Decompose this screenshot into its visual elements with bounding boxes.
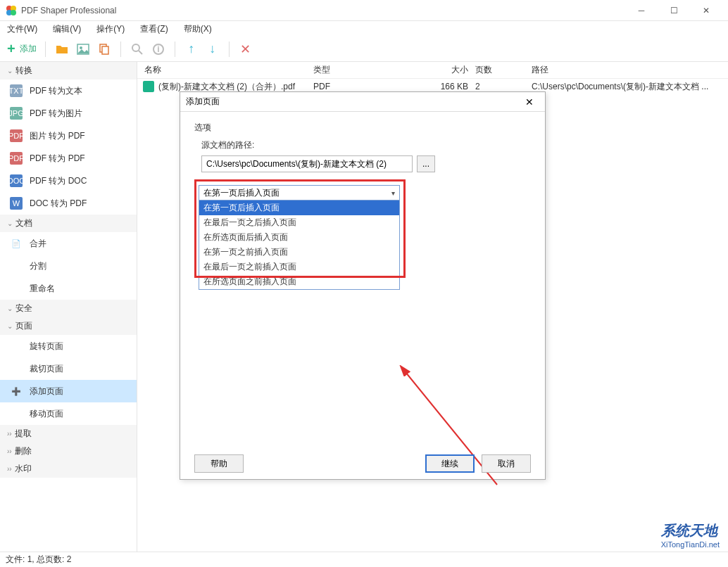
dropdown-option[interactable]: 在所选页面之前插入页面 bbox=[199, 274, 399, 289]
category-page[interactable]: ⌄页面 bbox=[0, 317, 137, 335]
chevron-down-icon: ⌄ bbox=[7, 219, 13, 227]
item-label: 移动页面 bbox=[30, 408, 63, 420]
menu-file[interactable]: 文件(W) bbox=[4, 22, 40, 37]
chevron-right-icon: ›› bbox=[7, 430, 12, 438]
col-name[interactable]: 名称 bbox=[137, 64, 313, 76]
item-icon: DOC bbox=[10, 174, 23, 187]
item-icon: ▭ bbox=[10, 362, 23, 375]
category-watermark[interactable]: ››水印 bbox=[0, 460, 137, 478]
svg-line-9 bbox=[139, 51, 142, 54]
item-icon: ✂ bbox=[10, 260, 23, 272]
category-label: 删除 bbox=[15, 445, 32, 457]
cell-type: PDF bbox=[313, 82, 419, 91]
sidebar-item[interactable]: ✂分割 bbox=[0, 255, 137, 277]
svg-point-5 bbox=[80, 46, 82, 49]
image-icon[interactable] bbox=[75, 42, 91, 57]
watermark-line1: 系统天地 bbox=[661, 521, 720, 540]
category-document[interactable]: ⌄文档 bbox=[0, 215, 137, 232]
toolbar: +添加 i ↑ ↓ ✕ bbox=[0, 37, 728, 62]
continue-button[interactable]: 继续 bbox=[425, 454, 475, 473]
category-label: 文档 bbox=[15, 217, 32, 229]
category-label: 水印 bbox=[15, 463, 32, 475]
delete-icon[interactable]: ✕ bbox=[238, 42, 253, 57]
sidebar-item[interactable]: 🏷重命名 bbox=[0, 277, 137, 300]
category-security[interactable]: ⌄安全 bbox=[0, 300, 137, 317]
sidebar-item[interactable]: ↔移动页面 bbox=[0, 402, 137, 425]
svg-rect-7 bbox=[102, 46, 108, 54]
dropdown-option[interactable]: 在所选页面后插入页面 bbox=[199, 230, 399, 245]
category-extract[interactable]: ››提取 bbox=[0, 425, 137, 442]
sidebar-item[interactable]: PDF图片 转为 PDF bbox=[0, 125, 137, 147]
watermark: 系统天地 XiTongTianDi.net bbox=[661, 521, 720, 549]
search-icon[interactable] bbox=[130, 42, 145, 57]
menu-help[interactable]: 帮助(X) bbox=[181, 22, 215, 37]
close-button[interactable]: ✕ bbox=[690, 0, 722, 21]
dialog-titlebar: 添加页面 ✕ bbox=[180, 92, 545, 112]
separator bbox=[175, 42, 175, 57]
dialog-close-button[interactable]: ✕ bbox=[520, 96, 539, 108]
titlebar: PDF Shaper Professional ─ ☐ ✕ bbox=[0, 0, 728, 21]
category-label: 安全 bbox=[15, 302, 32, 314]
folder-icon[interactable] bbox=[54, 42, 70, 57]
item-label: 重命名 bbox=[30, 283, 55, 295]
maximize-button[interactable]: ☐ bbox=[658, 0, 690, 21]
sidebar-item[interactable]: 📄合并 bbox=[0, 232, 137, 255]
options-label: 选项 bbox=[194, 122, 531, 134]
item-label: PDF 转为 PDF bbox=[30, 153, 85, 165]
sidebar-item[interactable]: ↻旋转页面 bbox=[0, 335, 137, 357]
chevron-down-icon: ⌄ bbox=[7, 67, 13, 75]
category-delete[interactable]: ››删除 bbox=[0, 442, 137, 460]
status-text: 文件: 1, 总页数: 2 bbox=[6, 554, 71, 566]
svg-point-3 bbox=[11, 10, 16, 15]
item-label: PDF 转为 DOC bbox=[30, 175, 87, 187]
dropdown-option[interactable]: 在第一页之前插入页面 bbox=[199, 245, 399, 260]
cancel-button[interactable]: 取消 bbox=[482, 454, 531, 473]
watermark-line2: XiTongTianDi.net bbox=[661, 540, 720, 549]
sidebar-item[interactable]: TXTPDF 转为文本 bbox=[0, 79, 137, 102]
category-convert[interactable]: ⌄转换 bbox=[0, 62, 137, 79]
cell-path: C:\Users\pc\Documents\(复制)-新建文本文档 ... bbox=[532, 81, 728, 93]
cell-name: (复制)-新建文本文档 (2)（合并）.pdf bbox=[158, 81, 295, 93]
sidebar-item[interactable]: ▭裁切页面 bbox=[0, 357, 137, 380]
item-label: 添加页面 bbox=[30, 386, 63, 397]
col-type[interactable]: 类型 bbox=[313, 64, 419, 76]
item-icon: ↔ bbox=[10, 407, 23, 420]
item-icon: ➕ bbox=[10, 385, 23, 397]
chevron-right-icon: ›› bbox=[7, 465, 12, 473]
dropdown-option[interactable]: 在最后一页之前插入页面 bbox=[199, 260, 399, 274]
insert-position-combo[interactable]: 在第一页后插入页面 ▾ bbox=[199, 185, 400, 200]
chevron-down-icon: ⌄ bbox=[7, 305, 13, 312]
source-path-input[interactable] bbox=[201, 155, 413, 172]
chevron-down-icon: ⌄ bbox=[7, 322, 13, 330]
add-button[interactable]: +添加 bbox=[7, 41, 37, 57]
category-label: 提取 bbox=[15, 428, 32, 440]
item-icon: ↻ bbox=[10, 340, 23, 352]
help-button[interactable]: 帮助 bbox=[194, 454, 244, 473]
sidebar-item[interactable]: ➕添加页面 bbox=[0, 380, 137, 402]
menu-edit[interactable]: 编辑(V) bbox=[50, 22, 84, 37]
menu-action[interactable]: 操作(Y) bbox=[94, 22, 127, 37]
col-pages[interactable]: 页数 bbox=[475, 64, 532, 76]
browse-button[interactable]: ... bbox=[417, 155, 435, 172]
plus-icon: + bbox=[7, 41, 15, 57]
menubar: 文件(W) 编辑(V) 操作(Y) 查看(Z) 帮助(X) bbox=[0, 21, 728, 37]
item-label: PDF 转为图片 bbox=[30, 108, 82, 120]
copy-icon[interactable] bbox=[96, 42, 112, 57]
col-path[interactable]: 路径 bbox=[532, 64, 728, 76]
minimize-button[interactable]: ─ bbox=[625, 0, 658, 21]
sidebar-item[interactable]: JPGPDF 转为图片 bbox=[0, 102, 137, 125]
dropdown-option[interactable]: 在第一页后插入页面 bbox=[199, 200, 399, 215]
separator bbox=[229, 42, 230, 57]
sidebar-item[interactable]: DOCPDF 转为 DOC bbox=[0, 170, 137, 192]
down-arrow-icon[interactable]: ↓ bbox=[205, 42, 220, 57]
item-label: 旋转页面 bbox=[30, 340, 63, 352]
item-icon: PDF bbox=[10, 152, 23, 165]
menu-view[interactable]: 查看(Z) bbox=[137, 22, 170, 37]
info-icon[interactable]: i bbox=[151, 42, 166, 57]
up-arrow-icon[interactable]: ↑ bbox=[184, 42, 199, 57]
dropdown-option[interactable]: 在最后一页之后插入页面 bbox=[199, 215, 399, 230]
col-size[interactable]: 大小 bbox=[419, 64, 475, 76]
dialog-title: 添加页面 bbox=[186, 96, 520, 108]
sidebar-item[interactable]: PDFPDF 转为 PDF bbox=[0, 147, 137, 170]
sidebar-item[interactable]: WDOC 转为 PDF bbox=[0, 192, 137, 215]
